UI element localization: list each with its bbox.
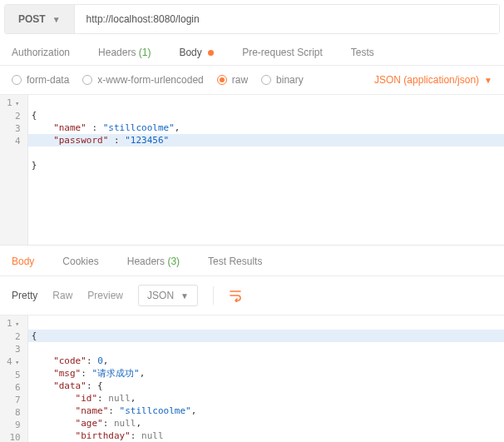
tab-prerequest[interactable]: Pre-request Script [242, 47, 323, 58]
radio-raw[interactable]: raw [217, 74, 248, 86]
tab-response-body[interactable]: Body [12, 256, 34, 267]
radio-urlencoded[interactable]: x-www-form-urlencoded [82, 74, 203, 86]
view-preview[interactable]: Preview [87, 290, 123, 301]
url-input[interactable] [75, 5, 499, 33]
radio-form-data[interactable]: form-data [12, 74, 69, 86]
wrap-lines-icon[interactable] [229, 289, 242, 302]
tab-test-results[interactable]: Test Results [208, 256, 262, 267]
line-gutter: 1▾ 2 3 4▾ 5 6 7 8 9 10 [0, 315, 28, 442]
tab-cookies[interactable]: Cookies [62, 256, 98, 267]
response-headers-count: (3) [167, 256, 180, 267]
fold-toggle-icon[interactable]: ▾ [14, 318, 21, 330]
code-area[interactable]: { "name" : "stillcoolme", "password" : "… [28, 95, 504, 245]
chevron-down-icon: ▼ [52, 15, 61, 24]
view-pretty[interactable]: Pretty [12, 290, 37, 301]
format-dropdown[interactable]: JSON ▼ [138, 285, 198, 306]
request-tabs: Authorization Headers (1) Body Pre-reque… [0, 38, 504, 66]
content-type-dropdown[interactable]: JSON (application/json) ▼ [374, 74, 492, 86]
response-toolbar: Pretty Raw Preview JSON ▼ [0, 276, 504, 315]
tab-tests[interactable]: Tests [351, 47, 374, 58]
tab-authorization[interactable]: Authorization [12, 47, 70, 58]
response-body-viewer[interactable]: 1▾ 2 3 4▾ 5 6 7 8 9 10 { "code": 0, "msg… [0, 315, 504, 442]
tab-headers[interactable]: Headers (1) [98, 47, 151, 58]
headers-count: (1) [139, 47, 151, 58]
dot-icon [208, 50, 214, 56]
radio-binary[interactable]: binary [261, 74, 304, 86]
tab-response-headers[interactable]: Headers (3) [127, 256, 180, 267]
divider [213, 286, 214, 305]
fold-toggle-icon[interactable]: ▾ [14, 97, 21, 110]
response-tabs: Body Cookies Headers (3) Test Results [0, 246, 504, 276]
view-raw[interactable]: Raw [52, 290, 72, 301]
method-label: POST [18, 13, 46, 25]
method-dropdown[interactable]: POST ▼ [5, 5, 75, 33]
line-gutter: 1▾ 2 3 4 [0, 95, 28, 245]
body-type-row: form-data x-www-form-urlencoded raw bina… [0, 66, 504, 95]
request-body-editor[interactable]: 1▾ 2 3 4 { "name" : "stillcoolme", "pass… [0, 95, 504, 245]
request-url-bar: POST ▼ [4, 4, 500, 34]
code-area: { "code": 0, "msg": "请求成功", "data": { "i… [28, 315, 504, 442]
fold-toggle-icon[interactable]: ▾ [14, 356, 21, 369]
chevron-down-icon: ▼ [484, 76, 492, 85]
chevron-down-icon: ▼ [180, 291, 189, 300]
tab-body[interactable]: Body [179, 47, 214, 58]
